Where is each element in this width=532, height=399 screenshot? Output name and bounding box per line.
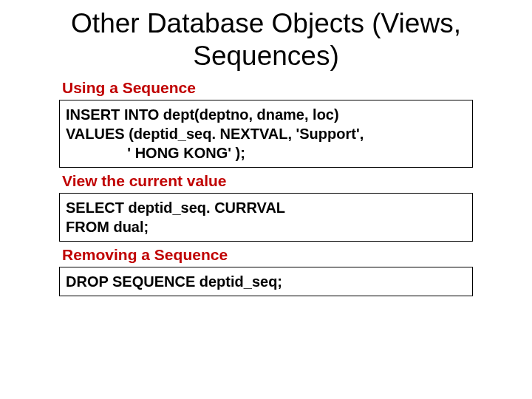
section-label-view: View the current value: [62, 172, 473, 190]
slide: Other Database Objects (Views, Sequences…: [0, 0, 532, 399]
page-title: Other Database Objects (Views, Sequences…: [15, 7, 517, 73]
code-box-insert: INSERT INTO dept(deptno, dname, loc) VAL…: [59, 100, 473, 168]
code-box-drop: DROP SEQUENCE deptid_seq;: [59, 267, 473, 296]
code-box-select: SELECT deptid_seq. CURRVAL FROM dual;: [59, 193, 473, 242]
section-label-remove: Removing a Sequence: [62, 246, 473, 264]
content-area: Using a Sequence INSERT INTO dept(deptno…: [59, 79, 473, 296]
section-label-using: Using a Sequence: [62, 79, 473, 97]
